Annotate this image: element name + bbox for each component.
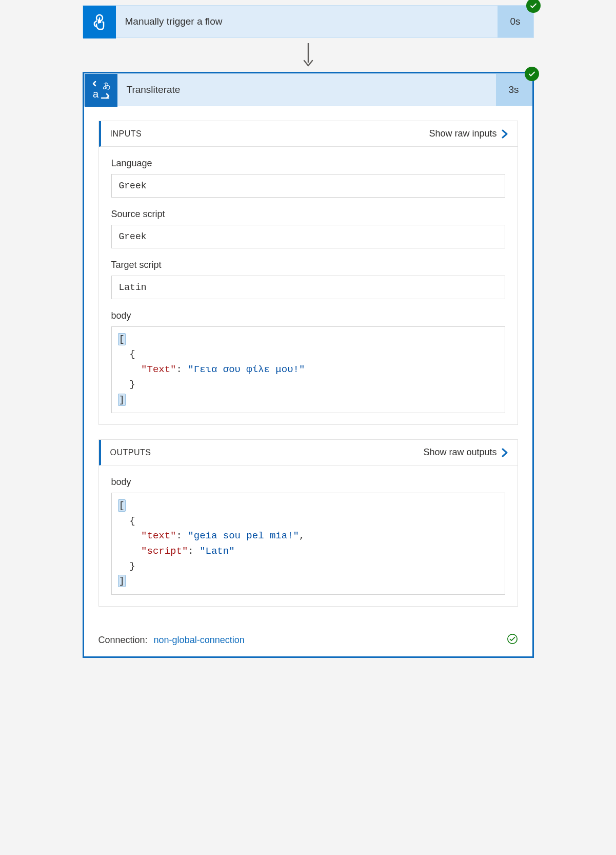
success-check-icon	[526, 0, 541, 13]
chevron-right-icon	[501, 448, 508, 458]
input-body-field: body [ { "Text": "Γεια σου φίλε μου!" } …	[111, 310, 505, 413]
svg-text:a: a	[93, 88, 99, 100]
transliterate-header[interactable]: あ a Transliterate 3s	[84, 73, 532, 106]
action-title: Transliterate	[117, 74, 496, 106]
language-label: Language	[111, 158, 505, 169]
outputs-section: OUTPUTS Show raw outputs body [ { "text"…	[98, 439, 518, 607]
source-script-value[interactable]: Greek	[111, 225, 505, 248]
manual-trigger-icon	[83, 6, 116, 38]
chevron-right-icon	[501, 129, 508, 139]
language-field: Language Greek	[111, 158, 505, 198]
output-body-label: body	[111, 477, 505, 488]
language-value[interactable]: Greek	[111, 174, 505, 198]
connection-success-icon	[507, 633, 518, 647]
connection-row: Connection: non-global-connection	[84, 630, 532, 656]
target-script-field: Target script Latin	[111, 260, 505, 299]
source-script-label: Source script	[111, 209, 505, 220]
show-raw-inputs-button[interactable]: Show raw inputs	[429, 128, 508, 139]
output-body-field: body [ { "text": "geia sou pel mia!", "s…	[111, 477, 505, 595]
source-script-field: Source script Greek	[111, 209, 505, 248]
target-script-value[interactable]: Latin	[111, 276, 505, 299]
show-raw-outputs-label: Show raw outputs	[423, 447, 496, 458]
input-body-label: body	[111, 310, 505, 321]
show-raw-inputs-label: Show raw inputs	[429, 128, 496, 139]
success-check-icon	[525, 67, 539, 81]
connection-link[interactable]: non-global-connection	[154, 635, 245, 646]
transliterate-card: あ a Transliterate 3s INPUTS Show raw inp…	[83, 72, 534, 658]
inputs-header: INPUTS	[110, 129, 142, 139]
connection-label: Connection:	[98, 635, 148, 646]
trigger-title: Manually trigger a flow	[116, 6, 498, 37]
svg-text:あ: あ	[103, 81, 111, 90]
trigger-card[interactable]: Manually trigger a flow 0s	[83, 5, 534, 38]
inputs-section: INPUTS Show raw inputs Language Greek So…	[98, 121, 518, 425]
svg-point-4	[507, 634, 516, 644]
output-body-json[interactable]: [ { "text": "geia sou pel mia!", "script…	[111, 493, 505, 595]
flow-arrow-icon	[21, 42, 595, 68]
target-script-label: Target script	[111, 260, 505, 270]
input-body-json[interactable]: [ { "Text": "Γεια σου φίλε μου!" } ]	[111, 326, 505, 413]
show-raw-outputs-button[interactable]: Show raw outputs	[423, 447, 508, 458]
translate-icon: あ a	[85, 74, 117, 107]
outputs-header: OUTPUTS	[110, 448, 151, 457]
